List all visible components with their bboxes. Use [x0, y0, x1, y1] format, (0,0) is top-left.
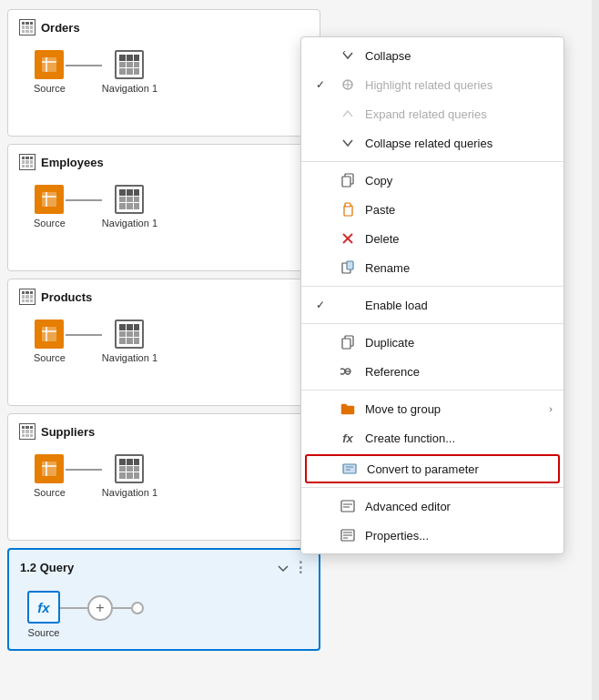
menu-item-properties[interactable]: Properties...: [301, 521, 563, 550]
scrollbar[interactable]: [592, 0, 599, 700]
canvas: Orders Source Navigation 1: [0, 0, 599, 700]
separator-3: [301, 323, 563, 324]
highlight-related-label: Highlight related queries: [365, 78, 492, 92]
orders-nav-node: Navigation 1: [102, 50, 157, 94]
highlight-related-icon: [340, 76, 356, 93]
separator-2: [301, 286, 563, 287]
svg-rect-16: [342, 177, 350, 187]
orders-source-node: Source: [34, 50, 66, 94]
duplicate-icon: [340, 334, 356, 350]
suppliers-title-label: Suppliers: [41, 425, 95, 439]
products-source-icon: [35, 320, 64, 349]
employees-nodes: Source Navigation 1: [19, 185, 309, 228]
menu-item-create-function[interactable]: fx Create function...: [301, 423, 563, 452]
employees-source-node: Source: [34, 185, 66, 228]
products-nav-node: Navigation 1: [102, 320, 157, 363]
svg-rect-18: [345, 203, 350, 207]
employees-source-icon: [35, 185, 64, 214]
svg-rect-22: [347, 261, 353, 269]
query12-card[interactable]: 1.2 Query ⋮ fx Source +: [7, 548, 320, 651]
suppliers-source-icon: [35, 454, 64, 483]
orders-source-icon: [35, 50, 64, 79]
orders-card[interactable]: Orders Source Navigation 1: [7, 9, 320, 137]
orders-source-label: Source: [34, 83, 66, 94]
employees-card[interactable]: Employees Source Navigation 1: [7, 144, 320, 271]
menu-item-rename[interactable]: Rename: [301, 253, 563, 282]
suppliers-nodes: Source Navigation 1: [19, 454, 309, 498]
svg-rect-29: [341, 501, 354, 512]
copy-icon: [340, 172, 356, 188]
menu-item-delete[interactable]: Delete: [301, 224, 563, 253]
svg-rect-24: [342, 339, 350, 349]
employees-nav-icon: [115, 185, 144, 214]
enable-load-check: ✓: [316, 299, 330, 311]
rename-icon: [340, 259, 356, 276]
query12-connector2: [113, 607, 131, 609]
rename-label: Rename: [365, 261, 410, 275]
employees-nav-label: Navigation 1: [102, 218, 157, 228]
employees-card-title: Employees: [19, 154, 309, 170]
separator-5: [301, 487, 563, 488]
fx-menu-icon: fx: [340, 430, 356, 446]
products-nodes: Source Navigation 1: [19, 320, 309, 363]
employees-source-label: Source: [34, 218, 66, 228]
menu-item-convert-to-parameter[interactable]: Convert to parameter: [305, 454, 560, 483]
menu-item-collapse-related[interactable]: Collapse related queries: [301, 128, 563, 157]
collapse-arrows-icon: [277, 562, 289, 574]
expand-related-label: Expand related queries: [365, 107, 487, 121]
menu-item-collapse[interactable]: Collapse: [301, 41, 563, 70]
suppliers-table-icon: [19, 423, 36, 440]
properties-icon: [340, 527, 356, 543]
employees-connector: [66, 199, 102, 201]
properties-label: Properties...: [365, 529, 429, 543]
enable-load-icon: [340, 297, 356, 313]
expand-related-icon: [340, 106, 356, 122]
menu-item-highlight-related[interactable]: ✓ Highlight related queries: [301, 70, 563, 99]
suppliers-nav-node: Navigation 1: [102, 454, 157, 498]
menu-item-duplicate[interactable]: Duplicate: [301, 328, 563, 357]
svg-rect-26: [343, 464, 356, 473]
paste-icon: [340, 201, 356, 218]
paste-label: Paste: [365, 203, 395, 217]
products-nav-icon: [115, 320, 144, 349]
menu-item-enable-load[interactable]: ✓ Enable load: [301, 290, 563, 320]
suppliers-card[interactable]: Suppliers Source Navigation 1: [7, 413, 320, 541]
svg-rect-9: [42, 462, 56, 476]
menu-item-reference[interactable]: Reference: [301, 357, 563, 386]
suppliers-source-node: Source: [34, 454, 66, 498]
products-card-title: Products: [19, 289, 309, 305]
menu-item-expand-related[interactable]: Expand related queries: [301, 99, 563, 128]
products-source-label: Source: [34, 352, 66, 363]
suppliers-nav-label: Navigation 1: [102, 487, 157, 498]
svg-rect-17: [344, 206, 352, 216]
orders-connector: [66, 65, 102, 66]
menu-item-paste[interactable]: Paste: [301, 195, 563, 224]
advanced-editor-label: Advanced editor: [365, 500, 451, 513]
query12-fx-icon: fx: [27, 591, 60, 624]
products-title-label: Products: [41, 290, 92, 304]
menu-item-copy[interactable]: Copy: [301, 166, 563, 195]
query12-source-label: Source: [28, 627, 60, 638]
context-menu: Collapse ✓ Highlight related queries Exp…: [300, 36, 564, 554]
query12-title-label: 1.2 Query: [20, 561, 74, 574]
menu-item-move-to-group[interactable]: Move to group ›: [301, 394, 563, 423]
products-table-icon: [19, 289, 36, 305]
suppliers-nav-icon: [115, 454, 144, 483]
menu-item-advanced-editor[interactable]: Advanced editor: [301, 492, 563, 521]
query-panel: Orders Source Navigation 1: [0, 0, 328, 700]
collapse-related-label: Collapse related queries: [365, 137, 492, 150]
kebab-icon[interactable]: ⋮: [293, 559, 308, 576]
duplicate-label: Duplicate: [365, 336, 414, 350]
products-card[interactable]: Products Source Navigation 1: [7, 279, 320, 406]
copy-label: Copy: [365, 174, 392, 188]
create-function-label: Create function...: [365, 431, 455, 445]
query12-connector1: [60, 607, 87, 609]
svg-rect-0: [42, 57, 56, 72]
reference-icon: [340, 363, 356, 380]
convert-icon: [341, 461, 358, 477]
delete-icon: [340, 230, 356, 247]
suppliers-connector: [66, 469, 102, 471]
separator-4: [301, 390, 563, 391]
highlight-check: ✓: [316, 78, 330, 91]
query12-plus-icon[interactable]: +: [87, 595, 113, 621]
